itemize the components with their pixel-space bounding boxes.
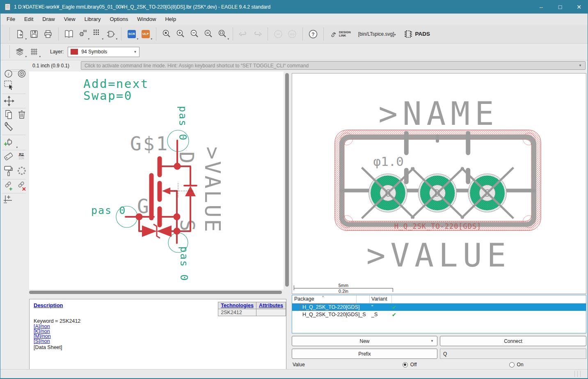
palette-separator — [2, 193, 26, 193]
close-button[interactable]: ✕ — [570, 0, 588, 14]
command-line-input[interactable]: Click to activate command line mode. Hin… — [81, 61, 586, 70]
radio-selected-icon[interactable] — [403, 362, 408, 368]
redo-icon[interactable] — [251, 27, 263, 41]
move-tool-icon[interactable] — [4, 96, 14, 108]
layer-combobox[interactable]: 94 Symbols ▼ — [68, 47, 140, 57]
undo-icon[interactable] — [237, 27, 249, 41]
smash-tool-icon[interactable] — [4, 165, 14, 179]
layer-settings-icon[interactable]: ▾ — [14, 45, 26, 59]
symbol-icon[interactable]: ▾ — [105, 27, 117, 41]
column-header-package[interactable]: Package — [294, 296, 314, 302]
package-row[interactable]: H_Q_2SK_TO-220[GDS]_S _S ✔ — [292, 311, 586, 318]
zoom-out-icon[interactable] — [188, 27, 201, 41]
toolbar-separator — [9, 45, 10, 58]
delete-tool-icon[interactable] — [18, 110, 26, 121]
ulp-icon[interactable]: ULP▾ — [140, 27, 152, 41]
name-tool-icon[interactable] — [3, 152, 14, 163]
toolbar-separator — [9, 28, 10, 41]
symbol-editor-canvas[interactable]: Add=next Swap=0 pas 0 pas 0 pas 0 G$1 D … — [29, 71, 284, 289]
palette-separator — [2, 179, 26, 179]
menu-file[interactable]: File — [2, 14, 20, 24]
package-row-selected[interactable]: H_Q_2SK_TO-220[GDS] " ✔ — [292, 303, 586, 311]
device-icon[interactable]: ▾ — [77, 27, 89, 41]
symbol-vertical-scrollbar[interactable] — [284, 71, 290, 289]
pin-name-d: D — [175, 152, 198, 163]
package-preview-canvas[interactable]: >NAME >VALUE H_Q_2SK_TO-220[GDS] — [292, 73, 586, 294]
svg-text:5mm: 5mm — [339, 283, 348, 288]
pads-button[interactable]: PADS — [404, 30, 430, 39]
help-icon[interactable]: ? — [307, 27, 319, 41]
menu-options[interactable]: Options — [105, 14, 133, 24]
zoom-in-icon[interactable] — [174, 27, 187, 41]
change-tool-icon[interactable] — [4, 121, 15, 134]
pinswap-tool-icon[interactable] — [17, 166, 26, 177]
attach-link-tool-icon[interactable]: + — [4, 181, 14, 193]
scrollbar-thumb[interactable] — [285, 73, 289, 287]
menu-draw[interactable]: Draw — [38, 14, 59, 24]
palette-separator — [2, 94, 26, 94]
column-header-variant[interactable]: Variant — [371, 296, 387, 302]
toolbar-separator — [302, 28, 303, 41]
layer-color-swatch — [71, 49, 78, 55]
print-icon[interactable] — [42, 27, 54, 41]
value-on-radio[interactable]: On — [509, 362, 524, 368]
design-link-button[interactable]: DESIGNLINK — [330, 31, 351, 37]
info-tool-icon[interactable]: i — [4, 69, 13, 80]
minimize-button[interactable]: – — [532, 0, 551, 14]
column-divider — [391, 295, 392, 303]
value-tool-icon[interactable]: R2 10k — [16, 153, 27, 160]
connect-button[interactable]: Connect — [440, 336, 586, 346]
menu-edit[interactable]: Edit — [20, 14, 38, 24]
datasheet-text: [Data Sheet] — [34, 345, 62, 350]
maximize-button[interactable]: □ — [551, 0, 570, 14]
symbol-value-placeholder: >VALUE — [200, 147, 225, 234]
technologies-link[interactable]: Technologies — [221, 303, 254, 308]
menu-view[interactable]: View — [59, 14, 80, 24]
zoom-redraw-icon[interactable]: ▾ — [216, 27, 229, 41]
app-icon — [5, 4, 10, 10]
menu-window[interactable]: Window — [133, 14, 160, 24]
save-icon[interactable] — [28, 27, 40, 41]
keyword-text: Keyword = 2SK2412 — [34, 318, 80, 324]
show-tool-icon[interactable] — [17, 69, 26, 80]
eagle-window: 1 D:¥DATE¥E-work¥_Eagle mmLibrary05_01_0… — [0, 0, 588, 379]
value-off-radio[interactable]: Off — [403, 362, 417, 368]
value-option-row: Value Off On — [292, 360, 586, 369]
open-library-icon[interactable]: ▾ — [14, 27, 26, 41]
group-select-tool-icon[interactable] — [4, 80, 14, 92]
copy-tool-icon[interactable] — [5, 110, 14, 121]
resize-grip[interactable] — [574, 371, 583, 377]
zoom-fit-icon[interactable] — [160, 27, 173, 41]
svg-text:+: + — [4, 140, 7, 147]
svg-text:✕: ✕ — [22, 186, 26, 191]
description-link[interactable]: Description — [34, 302, 63, 308]
prefix-value-field[interactable]: Q — [440, 349, 586, 359]
ltspice-export-button[interactable]: [bin/LTspice.svg]▾ — [358, 31, 396, 37]
prefix-button[interactable]: Prefix — [292, 349, 437, 359]
package-bottom-text: H_Q_2SK_TO-220[GDS] — [394, 222, 482, 230]
attributes-link[interactable]: Attributes — [259, 303, 283, 308]
add-part-tool-icon[interactable]: + ▾ — [3, 136, 16, 149]
scrollbar-thumb[interactable] — [29, 291, 282, 294]
zoom-select-icon[interactable] — [202, 27, 215, 41]
toolbar-separator — [233, 28, 233, 41]
package-icon[interactable]: ▾ — [91, 27, 103, 41]
toolbar-separator — [58, 28, 59, 41]
detach-link-tool-icon[interactable]: ✕ — [17, 181, 27, 193]
dimension-tool-icon[interactable] — [3, 195, 14, 206]
symbol-swap-text: Swap=0 — [83, 89, 133, 103]
menu-help[interactable]: Help — [160, 14, 181, 24]
radio-unselected-icon[interactable] — [509, 362, 515, 368]
svg-text:S: S — [484, 188, 490, 199]
check-icon: ✔ — [392, 312, 396, 318]
svg-text:G: G — [385, 188, 391, 199]
symbol-horizontal-scrollbar[interactable] — [27, 290, 290, 295]
title-bar: 1 D:¥DATE¥E-work¥_Eagle mmLibrary05_01_0… — [0, 0, 588, 14]
grid-icon[interactable]: ▾ — [28, 45, 40, 59]
scr-script-icon[interactable]: SCR▾ — [126, 27, 138, 41]
library-book-icon[interactable] — [63, 27, 75, 41]
gate-s-link[interactable]: [S]/non — [34, 339, 50, 344]
window-title: 1 D:¥DATE¥E-work¥_Eagle mmLibrary05_01_0… — [14, 4, 270, 10]
menu-library[interactable]: Library — [80, 14, 105, 24]
new-package-button[interactable]: New ▼ — [292, 336, 437, 346]
